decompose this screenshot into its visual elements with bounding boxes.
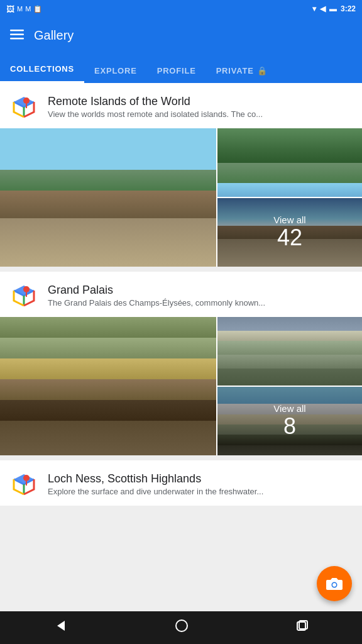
camera-fab[interactable] xyxy=(317,566,352,601)
svg-rect-2 xyxy=(10,38,24,40)
tab-bar: COLLECTIONS EXPLORE PROFILE PRIVATE 🔒 xyxy=(0,53,362,83)
collection-desc-remote-islands: View the worlds most remote and isolated… xyxy=(48,109,353,119)
explore-tab-label: EXPLORE xyxy=(94,66,137,75)
collection-title-loch-ness: Loch Ness, Scottish Highlands xyxy=(48,472,353,486)
view-all-count-remote-islands: 42 xyxy=(277,225,302,250)
collection-card-remote-islands[interactable]: Remote Islands of the World View the wor… xyxy=(0,83,362,267)
image-top-remote-islands[interactable] xyxy=(217,128,362,197)
image-grid-grand-palais: View all 8 xyxy=(0,317,362,455)
view-all-label-remote-islands: View all xyxy=(273,214,305,225)
status-icons-left: 🖼 M M 📋 xyxy=(6,4,42,14)
svg-point-13 xyxy=(176,620,187,631)
time-display: 3:22 xyxy=(341,4,356,13)
svg-point-7 xyxy=(23,286,30,292)
svg-point-9 xyxy=(23,475,30,481)
maps-logo-loch-ness xyxy=(9,469,39,499)
wifi-icon: ▾ xyxy=(312,4,316,13)
collection-info-loch-ness: Loch Ness, Scottish Highlands Explore th… xyxy=(48,472,353,496)
image-bottom-grand-palais[interactable]: View all 8 xyxy=(217,387,362,455)
collections-content: Remote Islands of the World View the wor… xyxy=(0,83,362,611)
svg-point-11 xyxy=(332,583,336,587)
collection-info-grand-palais: Grand Palais The Grand Palais des Champs… xyxy=(48,284,353,308)
maps-logo-grand-palais xyxy=(9,280,39,311)
app-title: Gallery xyxy=(34,28,74,43)
collection-card-loch-ness[interactable]: Loch Ness, Scottish Highlands Explore th… xyxy=(0,460,362,506)
bottom-nav xyxy=(0,611,362,644)
back-button[interactable] xyxy=(53,619,67,636)
image-main-grand-palais[interactable] xyxy=(0,317,216,455)
battery-icon: ▬ xyxy=(329,4,337,13)
collection-header-loch-ness: Loch Ness, Scottish Highlands Explore th… xyxy=(0,460,362,506)
svg-marker-12 xyxy=(57,621,65,631)
svg-rect-0 xyxy=(10,30,24,31)
image-side-remote-islands: View all 42 xyxy=(217,128,362,267)
collections-tab-label: COLLECTIONS xyxy=(10,64,74,74)
view-all-overlay-grand-palais[interactable]: View all 8 xyxy=(217,387,362,455)
tab-private[interactable]: PRIVATE 🔒 xyxy=(206,66,278,83)
collection-desc-loch-ness: Explore the surface and dive underwater … xyxy=(48,487,353,496)
menu-button[interactable] xyxy=(10,27,24,43)
collection-desc-grand-palais: The Grand Palais des Champs-Élysées, com… xyxy=(48,298,353,308)
tab-explore[interactable]: EXPLORE xyxy=(84,66,147,83)
private-tab-label: PRIVATE xyxy=(216,66,254,75)
status-icons-right: ▾ ◀ ▬ 3:22 xyxy=(312,4,356,13)
recents-button[interactable] xyxy=(296,619,309,636)
view-all-overlay-remote-islands[interactable]: View all 42 xyxy=(217,198,362,267)
maps-logo-remote-islands xyxy=(9,92,39,122)
view-all-label-grand-palais: View all xyxy=(273,403,305,414)
image-status-icon: 🖼 xyxy=(6,4,14,14)
tab-collections[interactable]: COLLECTIONS xyxy=(0,64,84,83)
lock-icon: 🔒 xyxy=(257,66,268,75)
image-grid-remote-islands: View all 42 xyxy=(0,128,362,267)
calendar-status-icon: 📋 xyxy=(33,5,42,13)
collection-title-remote-islands: Remote Islands of the World xyxy=(48,95,353,108)
home-button[interactable] xyxy=(175,619,189,636)
view-all-count-grand-palais: 8 xyxy=(283,414,296,439)
image-side-grand-palais: View all 8 xyxy=(217,317,362,455)
svg-point-5 xyxy=(23,97,30,104)
tab-profile[interactable]: PROFILE xyxy=(147,66,206,83)
collection-header-remote-islands: Remote Islands of the World View the wor… xyxy=(0,83,362,128)
gmail2-status-icon: M xyxy=(25,5,31,13)
image-top-grand-palais[interactable] xyxy=(217,317,362,386)
svg-rect-1 xyxy=(10,34,24,36)
camera-icon xyxy=(326,577,343,591)
profile-tab-label: PROFILE xyxy=(157,66,196,75)
signal-icon: ◀ xyxy=(320,4,326,13)
collection-card-grand-palais[interactable]: Grand Palais The Grand Palais des Champs… xyxy=(0,272,362,455)
image-main-remote-islands[interactable] xyxy=(0,128,216,267)
collection-title-grand-palais: Grand Palais xyxy=(48,284,353,297)
status-bar: 🖼 M M 📋 ▾ ◀ ▬ 3:22 xyxy=(0,0,362,18)
image-bottom-remote-islands[interactable]: View all 42 xyxy=(217,198,362,267)
app-bar: Gallery xyxy=(0,18,362,53)
collection-info-remote-islands: Remote Islands of the World View the wor… xyxy=(48,95,353,119)
collection-header-grand-palais: Grand Palais The Grand Palais des Champs… xyxy=(0,272,362,317)
gmail-status-icon: M xyxy=(17,5,23,13)
